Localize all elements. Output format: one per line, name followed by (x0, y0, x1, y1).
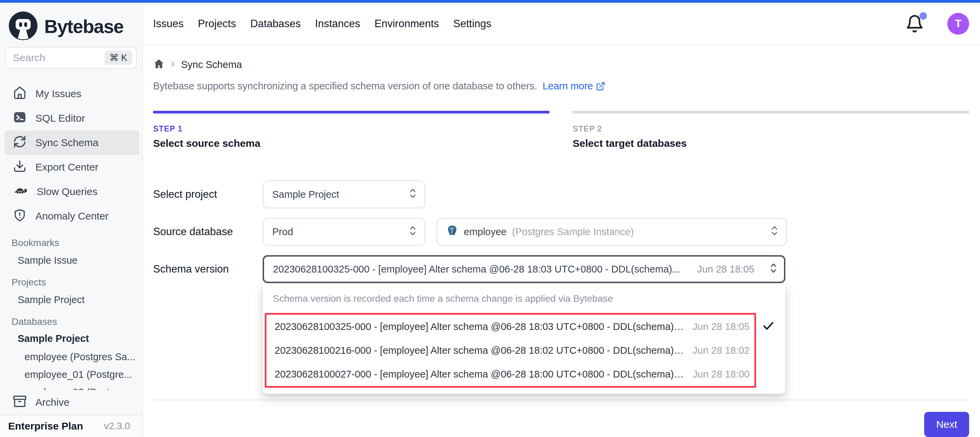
step-2-progress-bar (573, 111, 969, 114)
archive-icon (13, 394, 27, 410)
sidebar-item-sample-project[interactable]: Sample Project (0, 290, 142, 310)
nav-environments[interactable]: Environments (375, 18, 439, 30)
sidebar-db-group-sample-project[interactable]: Sample Project (0, 329, 142, 348)
schema-version-value: 20230628100325-000 - [employee] Alter sc… (273, 264, 680, 275)
main-area: Issues Projects Databases Instances Envi… (143, 3, 980, 437)
sidebar-item-slow-queries[interactable]: Slow Queries (0, 179, 142, 204)
bytebase-logo-icon (8, 10, 39, 43)
database-instance-label: (Postgres Sample Instance) (512, 226, 634, 238)
database-select-value: employee (464, 226, 507, 238)
sidebar-item-anomaly-center[interactable]: Anomaly Center (0, 204, 142, 228)
sidebar-db-employee-01[interactable]: employee_01 (Postgre... (0, 366, 142, 383)
logo[interactable]: Bytebase (0, 3, 142, 43)
step-1-label: STEP 1 (153, 124, 550, 133)
option-text: 20230628100325-000 - [employee] Alter sc… (275, 321, 684, 332)
nav-instances[interactable]: Instances (315, 18, 360, 30)
nav-issues[interactable]: Issues (153, 18, 184, 30)
step-1: STEP 1 Select source schema (153, 111, 550, 149)
schema-version-select[interactable]: 20230628100325-000 - [employee] Alter sc… (263, 255, 785, 283)
learn-more-link[interactable]: Learn more (542, 81, 605, 92)
step-indicator: STEP 1 Select source schema STEP 2 Selec… (153, 111, 969, 149)
sidebar-item-sync-schema[interactable]: Sync Schema (5, 130, 140, 155)
terminal-icon (13, 111, 27, 127)
download-icon (13, 159, 27, 175)
breadcrumb-page: Sync Schema (181, 59, 242, 70)
option-text: 20230628100216-000 - [employee] Alter sc… (275, 345, 684, 356)
learn-more-label: Learn more (542, 81, 593, 92)
database-select[interactable]: employee (Postgres Sample Instance) (437, 218, 787, 246)
logo-text: Bytebase (44, 16, 124, 37)
search-shortcut-badge: ⌘ K (105, 51, 132, 65)
sidebar-item-export-center[interactable]: Export Center (0, 155, 142, 179)
section-header-databases: Databases (0, 315, 142, 329)
option-date: Jun 28 18:02 (684, 345, 749, 356)
sidebar-bottom: Archive Enterprise Plan v2.3.0 (0, 390, 142, 437)
environment-select-value: Prod (272, 226, 293, 238)
chevron-updown-icon (768, 262, 778, 277)
notifications-button[interactable] (905, 14, 924, 33)
postgres-icon (446, 225, 458, 239)
sidebar: Bytebase Search ⌘ K My Issues SQL Editor… (0, 3, 143, 437)
sidebar-item-sample-issue[interactable]: Sample Issue (0, 250, 142, 271)
section-header-projects: Projects (0, 275, 142, 290)
chevron-updown-icon (408, 187, 418, 202)
project-select[interactable]: Sample Project (263, 180, 425, 208)
schema-version-row: Schema version 20230628100325-000 - [emp… (153, 255, 969, 283)
page-content: › Sync Schema Bytebase supports synchron… (143, 45, 980, 437)
sidebar-item-my-issues[interactable]: My Issues (0, 82, 142, 106)
avatar[interactable]: T (947, 13, 969, 35)
intro-text: Bytebase supports synchronizing a specif… (153, 81, 969, 92)
dropdown-hint: Schema version is recorded each time a s… (263, 284, 785, 311)
version-option-1[interactable]: 20230628100325-000 - [employee] Alter sc… (266, 315, 754, 339)
sidebar-item-label: Slow Queries (37, 186, 97, 198)
option-date: Jun 28 18:05 (684, 321, 749, 332)
source-database-row: Source database Prod employee (Postgres … (153, 218, 969, 246)
turtle-icon (13, 185, 28, 199)
option-text: 20230628100027-000 - [employee] Alter sc… (275, 369, 684, 380)
sidebar-item-label: Sync Schema (35, 137, 98, 149)
nav-projects[interactable]: Projects (198, 18, 236, 30)
sidebar-item-archive[interactable]: Archive (0, 390, 142, 415)
sidebar-item-label: Export Center (35, 162, 98, 173)
step-2-label: STEP 2 (573, 124, 969, 133)
sidebar-item-label: SQL Editor (35, 112, 85, 124)
options-wrap: 20230628100325-000 - [employee] Alter sc… (265, 313, 785, 388)
notification-dot (920, 12, 927, 20)
top-navigation: Issues Projects Databases Instances Envi… (143, 3, 980, 45)
external-link-icon (596, 82, 605, 91)
nav-settings[interactable]: Settings (453, 18, 492, 30)
sidebar-item-label: Anomaly Center (35, 211, 108, 222)
step-2: STEP 2 Select target databases (573, 111, 969, 149)
sync-icon (13, 135, 27, 151)
plan-name: Enterprise Plan (8, 420, 83, 432)
breadcrumb-home-icon[interactable] (153, 58, 165, 71)
step-1-progress-bar (153, 111, 550, 114)
search-input[interactable]: Search ⌘ K (5, 47, 137, 69)
chevron-updown-icon (408, 224, 418, 239)
check-icon (762, 319, 775, 334)
schema-version-wrap: 20230628100325-000 - [employee] Alter sc… (263, 255, 785, 283)
breadcrumb-separator: › (171, 57, 175, 72)
annotation-red-box: 20230628100325-000 - [employee] Alter sc… (265, 313, 756, 388)
intro-description: Bytebase supports synchronizing a specif… (153, 81, 537, 92)
nav-databases[interactable]: Databases (250, 18, 301, 30)
sidebar-item-label: Archive (35, 397, 69, 408)
schema-version-date: Jun 28 18:05 (687, 264, 762, 275)
sidebar-item-label: My Issues (35, 88, 81, 100)
shield-alert-icon (13, 208, 27, 224)
option-date: Jun 28 18:00 (684, 369, 749, 380)
search-placeholder: Search (13, 52, 105, 63)
environment-select[interactable]: Prod (263, 218, 425, 246)
footer: Next (153, 400, 969, 437)
sidebar-item-sql-editor[interactable]: SQL Editor (0, 106, 142, 130)
project-select-value: Sample Project (272, 189, 339, 200)
chevron-updown-icon (769, 224, 780, 239)
project-label: Select project (153, 188, 263, 201)
source-database-label: Source database (153, 226, 263, 238)
sidebar-nav: My Issues SQL Editor Sync Schema Export … (0, 82, 142, 228)
version-option-3[interactable]: 20230628100027-000 - [employee] Alter sc… (266, 362, 754, 386)
sidebar-db-employee[interactable]: employee (Postgres Sa... (0, 348, 142, 366)
version-option-2[interactable]: 20230628100216-000 - [employee] Alter sc… (266, 339, 754, 362)
step-1-title: Select source schema (153, 138, 550, 149)
next-button[interactable]: Next (924, 412, 969, 437)
